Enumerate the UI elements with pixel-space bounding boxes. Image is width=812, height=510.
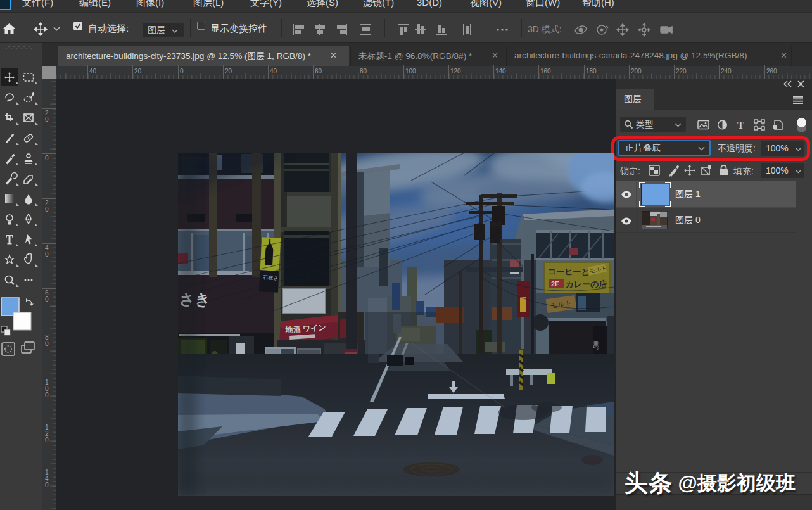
svg-text:T: T xyxy=(737,120,744,131)
